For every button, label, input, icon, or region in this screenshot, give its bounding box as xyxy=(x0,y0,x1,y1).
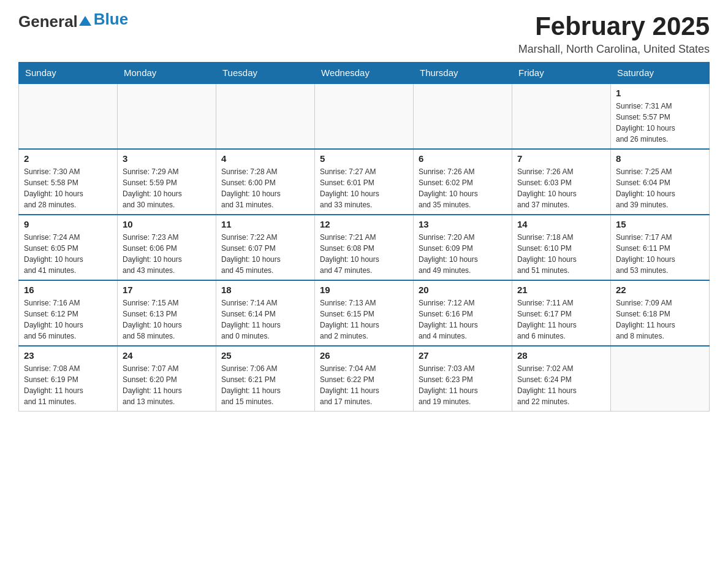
calendar-cell: 26Sunrise: 7:04 AM Sunset: 6:22 PM Dayli… xyxy=(315,346,414,412)
day-number: 9 xyxy=(24,219,112,229)
day-number: 4 xyxy=(221,153,309,164)
day-info: Sunrise: 7:28 AM Sunset: 6:00 PM Dayligh… xyxy=(221,166,309,210)
calendar-cell: 25Sunrise: 7:06 AM Sunset: 6:21 PM Dayli… xyxy=(216,346,315,412)
calendar-cell: 20Sunrise: 7:12 AM Sunset: 6:16 PM Dayli… xyxy=(414,280,512,346)
day-number: 22 xyxy=(616,285,704,295)
calendar-cell: 23Sunrise: 7:08 AM Sunset: 6:19 PM Dayli… xyxy=(19,346,118,412)
calendar-cell: 7Sunrise: 7:26 AM Sunset: 6:03 PM Daylig… xyxy=(512,149,611,215)
calendar-cell: 1Sunrise: 7:31 AM Sunset: 5:57 PM Daylig… xyxy=(611,83,710,149)
calendar-cell: 17Sunrise: 7:15 AM Sunset: 6:13 PM Dayli… xyxy=(118,280,216,346)
day-info: Sunrise: 7:07 AM Sunset: 6:20 PM Dayligh… xyxy=(123,363,211,407)
calendar-cell: 16Sunrise: 7:16 AM Sunset: 6:12 PM Dayli… xyxy=(19,280,118,346)
day-number: 17 xyxy=(123,285,211,295)
calendar-cell xyxy=(19,83,118,149)
day-header-wednesday: Wednesday xyxy=(315,63,414,84)
day-number: 20 xyxy=(419,285,507,295)
day-number: 28 xyxy=(517,350,605,361)
calendar-cell xyxy=(118,83,216,149)
day-info: Sunrise: 7:14 AM Sunset: 6:14 PM Dayligh… xyxy=(221,297,309,342)
calendar-cell: 15Sunrise: 7:17 AM Sunset: 6:11 PM Dayli… xyxy=(611,215,710,280)
calendar-cell: 5Sunrise: 7:27 AM Sunset: 6:01 PM Daylig… xyxy=(315,149,414,215)
calendar-cell: 11Sunrise: 7:22 AM Sunset: 6:07 PM Dayli… xyxy=(216,215,315,280)
day-number: 19 xyxy=(320,285,408,295)
calendar-header-row: SundayMondayTuesdayWednesdayThursdayFrid… xyxy=(19,63,710,84)
calendar-cell: 19Sunrise: 7:13 AM Sunset: 6:15 PM Dayli… xyxy=(315,280,414,346)
day-info: Sunrise: 7:30 AM Sunset: 5:58 PM Dayligh… xyxy=(24,166,112,210)
day-info: Sunrise: 7:18 AM Sunset: 6:10 PM Dayligh… xyxy=(517,232,605,276)
calendar-cell: 14Sunrise: 7:18 AM Sunset: 6:10 PM Dayli… xyxy=(512,215,611,280)
day-info: Sunrise: 7:03 AM Sunset: 6:23 PM Dayligh… xyxy=(419,363,507,407)
day-info: Sunrise: 7:21 AM Sunset: 6:08 PM Dayligh… xyxy=(320,232,408,276)
calendar-cell: 6Sunrise: 7:26 AM Sunset: 6:02 PM Daylig… xyxy=(414,149,512,215)
day-number: 15 xyxy=(616,219,704,229)
day-number: 7 xyxy=(517,153,605,164)
day-header-monday: Monday xyxy=(118,63,216,84)
day-info: Sunrise: 7:22 AM Sunset: 6:07 PM Dayligh… xyxy=(221,232,309,276)
day-info: Sunrise: 7:13 AM Sunset: 6:15 PM Dayligh… xyxy=(320,297,408,342)
logo-triangle-icon xyxy=(79,15,91,27)
calendar-cell xyxy=(216,83,315,149)
day-header-saturday: Saturday xyxy=(611,63,710,84)
day-number: 14 xyxy=(517,219,605,229)
calendar-table: SundayMondayTuesdayWednesdayThursdayFrid… xyxy=(18,62,710,412)
day-number: 11 xyxy=(221,219,309,229)
calendar-cell xyxy=(611,346,710,412)
day-info: Sunrise: 7:26 AM Sunset: 6:03 PM Dayligh… xyxy=(517,166,605,210)
calendar-cell: 10Sunrise: 7:23 AM Sunset: 6:06 PM Dayli… xyxy=(118,215,216,280)
calendar-cell: 24Sunrise: 7:07 AM Sunset: 6:20 PM Dayli… xyxy=(118,346,216,412)
day-number: 12 xyxy=(320,219,408,229)
day-number: 5 xyxy=(320,153,408,164)
page-header: General Blue February 2025 Marshall, Nor… xyxy=(18,12,710,56)
day-number: 26 xyxy=(320,350,408,361)
logo: General Blue xyxy=(18,12,128,31)
calendar-cell: 27Sunrise: 7:03 AM Sunset: 6:23 PM Dayli… xyxy=(414,346,512,412)
calendar-cell: 4Sunrise: 7:28 AM Sunset: 6:00 PM Daylig… xyxy=(216,149,315,215)
calendar-cell: 12Sunrise: 7:21 AM Sunset: 6:08 PM Dayli… xyxy=(315,215,414,280)
calendar-cell: 3Sunrise: 7:29 AM Sunset: 5:59 PM Daylig… xyxy=(118,149,216,215)
calendar-cell: 2Sunrise: 7:30 AM Sunset: 5:58 PM Daylig… xyxy=(19,149,118,215)
day-info: Sunrise: 7:09 AM Sunset: 6:18 PM Dayligh… xyxy=(616,297,704,342)
day-number: 23 xyxy=(24,350,112,361)
day-info: Sunrise: 7:04 AM Sunset: 6:22 PM Dayligh… xyxy=(320,363,408,407)
week-row-1: 1Sunrise: 7:31 AM Sunset: 5:57 PM Daylig… xyxy=(19,83,710,149)
day-info: Sunrise: 7:08 AM Sunset: 6:19 PM Dayligh… xyxy=(24,363,112,407)
calendar-cell: 21Sunrise: 7:11 AM Sunset: 6:17 PM Dayli… xyxy=(512,280,611,346)
week-row-5: 23Sunrise: 7:08 AM Sunset: 6:19 PM Dayli… xyxy=(19,346,710,412)
day-info: Sunrise: 7:02 AM Sunset: 6:24 PM Dayligh… xyxy=(517,363,605,407)
day-info: Sunrise: 7:29 AM Sunset: 5:59 PM Dayligh… xyxy=(123,166,211,210)
day-number: 24 xyxy=(123,350,211,361)
day-info: Sunrise: 7:31 AM Sunset: 5:57 PM Dayligh… xyxy=(616,101,704,145)
svg-marker-0 xyxy=(79,16,91,26)
day-info: Sunrise: 7:20 AM Sunset: 6:09 PM Dayligh… xyxy=(419,232,507,276)
day-number: 21 xyxy=(517,285,605,295)
day-info: Sunrise: 7:11 AM Sunset: 6:17 PM Dayligh… xyxy=(517,297,605,342)
week-row-2: 2Sunrise: 7:30 AM Sunset: 5:58 PM Daylig… xyxy=(19,149,710,215)
day-info: Sunrise: 7:15 AM Sunset: 6:13 PM Dayligh… xyxy=(123,297,211,342)
day-number: 6 xyxy=(419,153,507,164)
day-number: 18 xyxy=(221,285,309,295)
day-number: 16 xyxy=(24,285,112,295)
day-info: Sunrise: 7:23 AM Sunset: 6:06 PM Dayligh… xyxy=(123,232,211,276)
day-number: 8 xyxy=(616,153,704,164)
title-area: February 2025 Marshall, North Carolina, … xyxy=(518,12,710,56)
week-row-3: 9Sunrise: 7:24 AM Sunset: 6:05 PM Daylig… xyxy=(19,215,710,280)
week-row-4: 16Sunrise: 7:16 AM Sunset: 6:12 PM Dayli… xyxy=(19,280,710,346)
calendar-cell: 9Sunrise: 7:24 AM Sunset: 6:05 PM Daylig… xyxy=(19,215,118,280)
logo-blue-text: Blue xyxy=(94,10,128,29)
day-number: 3 xyxy=(123,153,211,164)
day-header-tuesday: Tuesday xyxy=(216,63,315,84)
day-number: 25 xyxy=(221,350,309,361)
day-info: Sunrise: 7:06 AM Sunset: 6:21 PM Dayligh… xyxy=(221,363,309,407)
day-number: 13 xyxy=(419,219,507,229)
logo-general-text: General xyxy=(18,12,78,31)
day-header-thursday: Thursday xyxy=(414,63,512,84)
calendar-cell xyxy=(414,83,512,149)
month-title: February 2025 xyxy=(518,12,710,40)
day-info: Sunrise: 7:16 AM Sunset: 6:12 PM Dayligh… xyxy=(24,297,112,342)
calendar-cell xyxy=(315,83,414,149)
calendar-cell: 13Sunrise: 7:20 AM Sunset: 6:09 PM Dayli… xyxy=(414,215,512,280)
day-header-friday: Friday xyxy=(512,63,611,84)
day-number: 10 xyxy=(123,219,211,229)
calendar-cell: 28Sunrise: 7:02 AM Sunset: 6:24 PM Dayli… xyxy=(512,346,611,412)
day-number: 27 xyxy=(419,350,507,361)
